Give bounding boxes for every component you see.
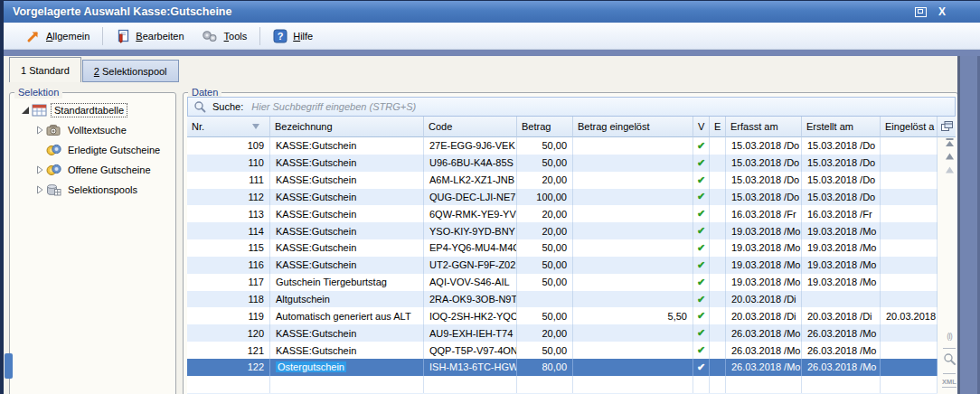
toolbar-separator xyxy=(259,27,260,45)
cell-v: ✔ xyxy=(693,307,710,324)
column-header-betrag[interactable]: Betrag xyxy=(517,117,573,137)
column-header-label: Erfasst am xyxy=(730,121,778,132)
cell-v: ✔ xyxy=(693,291,710,308)
cell-v: ✔ xyxy=(693,324,710,342)
cell-nr: 118 xyxy=(187,291,270,308)
cell-empty xyxy=(710,376,726,393)
column-header-code[interactable]: Code xyxy=(424,117,517,137)
scroll-up-button[interactable] xyxy=(944,152,956,162)
expander-collapsed-icon[interactable] xyxy=(33,126,45,135)
search-bar[interactable]: Suche: xyxy=(187,97,956,117)
toolbar-button-tools[interactable]: Tools xyxy=(193,26,256,46)
cell-code: AQI-VOV-S46-AIL xyxy=(424,274,517,291)
cell-eingeloest_am xyxy=(881,359,938,376)
cell-e xyxy=(710,189,726,206)
column-header-v[interactable]: V xyxy=(693,117,710,137)
tree-item-standardtabelle[interactable]: Standardtabelle xyxy=(14,100,172,120)
cell-empty xyxy=(270,376,424,393)
table-row-114[interactable]: 114KASSE:GutscheinYSO-KIY-9YD-BNY20,00✔1… xyxy=(187,222,938,239)
gears-icon xyxy=(201,29,219,43)
close-button[interactable]: X xyxy=(938,5,946,18)
cell-erfasst_am: 15.03.2018 /Do xyxy=(726,137,802,155)
column-header-label: V xyxy=(698,121,704,132)
tree-item-volltextsuche[interactable]: Volltextsuche xyxy=(14,120,172,140)
cell-e xyxy=(710,205,726,222)
table-row-109[interactable]: 109KASSE:Gutschein27E-EGG-9J6-VEK50,00✔1… xyxy=(187,137,938,155)
cell-code: ISH-M13-6TC-HGW xyxy=(424,359,517,376)
column-header-label: E xyxy=(714,121,721,132)
resize-grip[interactable] xyxy=(5,353,13,379)
table-header: Nr.BezeichnungCodeBetragBetrag eingelöst… xyxy=(187,117,956,137)
cell-empty xyxy=(693,376,710,393)
column-chooser-button[interactable] xyxy=(938,117,956,137)
cell-bezeichnung: Ostergutschein xyxy=(270,359,424,376)
title-bar[interactable]: Vorgelagerte Auswahl Kasse:Gutscheine X xyxy=(0,0,980,23)
cell-erstellt_am xyxy=(802,291,881,308)
table-row-112[interactable]: 112KASSE:GutscheinQUG-DEC-LJI-NE7100,00✔… xyxy=(187,189,938,206)
tree-item-erledigte-gutscheine[interactable]: Erledigte Gutscheine xyxy=(14,140,172,160)
scroll-top-button[interactable] xyxy=(944,137,956,148)
table-row-120[interactable]: 120KASSE:GutscheinAU9-EXH-IEH-T7420,00✔2… xyxy=(187,324,938,342)
column-header-betrag_eingeloest[interactable]: Betrag eingelöst xyxy=(573,117,693,137)
xml-export-button[interactable]: XML xyxy=(942,378,956,388)
column-header-bezeichnung[interactable]: Bezeichnung xyxy=(270,117,424,137)
column-header-erfasst_am[interactable]: Erfasst am xyxy=(726,117,802,137)
restore-button[interactable] xyxy=(915,7,927,17)
cell-nr: 117 xyxy=(187,274,270,291)
cell-betrag_eingeloest xyxy=(573,324,693,342)
column-header-erstellt_am[interactable]: Erstellt am xyxy=(802,117,881,137)
expander-collapsed-icon[interactable] xyxy=(33,185,45,194)
tree-item-selektionspools[interactable]: Selektionspools xyxy=(14,180,172,200)
cell-e xyxy=(710,155,726,172)
column-header-eingeloest_am[interactable]: Eingelöst a xyxy=(881,117,938,137)
table-row-119[interactable]: 119Automatisch generiert aus ALTIOQ-2SH-… xyxy=(187,307,938,324)
window-right-border xyxy=(960,56,980,394)
cell-bezeichnung: KASSE:Gutschein xyxy=(270,257,424,274)
table-row-117[interactable]: 117Gutschein TiergeburtstagAQI-VOV-S46-A… xyxy=(187,274,938,291)
cell-erstellt_am: 15.03.2018 /Do xyxy=(802,172,881,189)
cell-erfasst_am: 16.03.2018 /Fr xyxy=(726,205,802,222)
table-row-121[interactable]: 121KASSE:GutscheinQQP-T5P-V97-4ON50,00✔2… xyxy=(187,342,938,359)
tab-2[interactable]: 2 Selektionspool xyxy=(82,60,179,82)
expander-expanded-icon[interactable] xyxy=(19,106,31,115)
cell-betrag: 80,00 xyxy=(517,359,573,376)
tree-item-label: Standardtabelle xyxy=(51,103,127,117)
table-row-122[interactable]: 122OstergutscheinISH-M13-6TC-HGW80,00✔26… xyxy=(187,359,938,376)
toolbar: AllgemeinBearbeitenTools?Hilfe xyxy=(4,23,980,50)
table-row-118[interactable]: 118Altgutschein2RA-OK9-3OB-N9T✔20.03.201… xyxy=(187,291,938,308)
cell-bezeichnung: Automatisch generiert aus ALT xyxy=(270,307,424,324)
toolbar-button-bearbeiten[interactable]: Bearbeiten xyxy=(108,26,192,46)
cell-e xyxy=(710,172,726,189)
checkmark-icon: ✔ xyxy=(697,344,705,356)
table-row-empty[interactable] xyxy=(187,376,938,393)
expander-collapsed-icon[interactable] xyxy=(33,165,45,174)
cell-e xyxy=(710,307,726,324)
tree-item-offene-gutscheine[interactable]: Offene Gutscheine xyxy=(14,160,172,180)
search-input[interactable] xyxy=(250,100,949,113)
cell-v: ✔ xyxy=(693,172,710,189)
cell-code: 27E-EGG-9J6-VEK xyxy=(424,137,517,155)
cell-code: EP4-YQ6-MU4-M4G xyxy=(424,239,517,257)
cell-erstellt_am: 19.03.2018 /Mo xyxy=(802,274,881,291)
checkmark-icon: ✔ xyxy=(697,277,705,288)
tab-label: 1 Standard xyxy=(21,65,70,76)
tree-item-label: Erledigte Gutscheine xyxy=(65,144,163,156)
checkmark-icon: ✔ xyxy=(697,327,705,339)
field-info-button[interactable]: (I) xyxy=(947,332,952,341)
table-row-111[interactable]: 111KASSE:GutscheinA6M-LK2-XZ1-JNB20,00✔1… xyxy=(187,172,938,189)
table-row-116[interactable]: 116KASSE:GutscheinUT2-GGN-F9F-Z0250,00✔1… xyxy=(187,257,938,274)
toolbar-button-allgemein[interactable]: Allgemein xyxy=(18,26,98,46)
cell-code: QQP-T5P-V97-4ON xyxy=(424,342,517,359)
column-header-e[interactable]: E xyxy=(710,117,726,137)
table-row-110[interactable]: 110KASSE:GutscheinU96-6BU-K4A-85S50,00✔1… xyxy=(187,155,938,172)
table-row-113[interactable]: 113KASSE:Gutschein6QW-RMK-YE9-YVP20,00✔1… xyxy=(187,205,938,222)
magnifier-button[interactable] xyxy=(943,352,956,366)
scroll-up-disabled-button[interactable] xyxy=(944,165,956,175)
cell-eingeloest_am xyxy=(881,189,938,206)
toolbar-button-hilfe[interactable]: ?Hilfe xyxy=(265,26,321,46)
table-row-115[interactable]: 115KASSE:GutscheinEP4-YQ6-MU4-M4G50,00✔1… xyxy=(187,239,938,257)
cell-bezeichnung: KASSE:Gutschein xyxy=(270,155,424,172)
column-header-nr[interactable]: Nr. xyxy=(187,117,270,137)
tab-1[interactable]: 1 Standard xyxy=(9,57,81,82)
cell-v: ✔ xyxy=(693,137,710,155)
